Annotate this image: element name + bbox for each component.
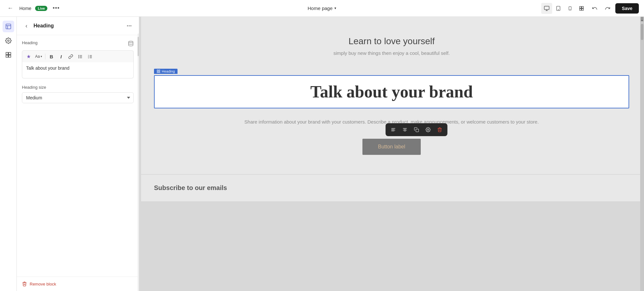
heading-input-value: Talk about your brand	[26, 65, 70, 71]
svg-point-22	[79, 55, 79, 55]
topbar: ← Home Live ••• Home page ▾	[0, 0, 644, 17]
more-button[interactable]: •••	[51, 4, 61, 13]
desktop-device-button[interactable]	[541, 3, 552, 14]
heading-label-text: Heading	[162, 69, 175, 73]
font-size-label: Aa	[35, 54, 40, 59]
more-icon: •••	[53, 5, 60, 12]
svg-rect-33	[157, 72, 159, 73]
link-button[interactable]	[66, 52, 75, 61]
svg-rect-7	[6, 24, 11, 29]
sidebar-icons	[0, 17, 17, 291]
bold-icon: B	[50, 54, 53, 59]
panel-back-button[interactable]: ‹	[22, 21, 31, 30]
context-settings-button[interactable]	[423, 125, 432, 134]
panel-scroll-thumb	[138, 37, 139, 56]
page-title-label: Home page	[308, 5, 333, 11]
svg-rect-34	[159, 72, 160, 73]
topbar-center: Home page ▾	[305, 4, 339, 12]
heading-selected-wrapper: Heading Talk about your brand	[154, 75, 629, 108]
toolbar-separator	[45, 54, 45, 59]
section-tagline: Learn to love yourself simply buy new th…	[141, 17, 642, 69]
context-toolbar	[385, 123, 447, 136]
svg-rect-32	[159, 70, 160, 71]
svg-rect-0	[544, 6, 549, 10]
svg-point-10	[7, 40, 9, 42]
topbar-right: Save	[541, 3, 639, 14]
svg-point-18	[129, 41, 133, 43]
topbar-left: ← Home Live •••	[5, 3, 537, 14]
remove-block-button[interactable]: Remove block	[17, 276, 139, 291]
svg-point-24	[79, 57, 79, 58]
page-content: Learn to love yourself simply buy new th…	[141, 17, 642, 201]
svg-rect-12	[8, 53, 11, 55]
duplicate-button[interactable]	[412, 125, 421, 134]
tablet-device-button[interactable]	[553, 3, 564, 14]
subscribe-heading: Subscribe to our emails	[154, 184, 629, 192]
heading-text-input[interactable]: Talk about your brand	[22, 62, 134, 78]
canvas-area: ▲ Learn to love yourself simply buy new …	[139, 17, 644, 291]
main-area: ‹ Heading Heading	[0, 17, 644, 291]
save-button[interactable]: Save	[615, 3, 639, 14]
main-heading-text[interactable]: Talk about your brand	[155, 76, 629, 108]
live-badge: Live	[35, 6, 47, 11]
brand-button[interactable]: Button label	[362, 139, 421, 155]
heading-size-label: Heading size	[22, 85, 134, 90]
svg-rect-31	[157, 70, 159, 71]
delete-button[interactable]	[435, 125, 444, 134]
align-center-button[interactable]	[400, 125, 409, 134]
sidebar-settings-button[interactable]	[3, 35, 14, 46]
svg-point-4	[558, 9, 559, 10]
panel-header: ‹ Heading	[17, 17, 139, 35]
magic-format-button[interactable]	[24, 52, 33, 61]
svg-rect-13	[6, 55, 8, 57]
panel-scrollbar	[138, 34, 139, 291]
font-size-chevron-icon: ▾	[41, 55, 42, 58]
tagline-heading: Learn to love yourself	[154, 36, 629, 46]
svg-point-16	[129, 25, 130, 26]
device-icons	[541, 3, 587, 14]
sidebar-sections-button[interactable]	[3, 49, 14, 61]
tagline-sub: simply buy new things then enjoy a cool,…	[154, 50, 629, 56]
heading-field-section: Heading Aa ▾ B	[22, 40, 134, 78]
heading-size-select[interactable]: Small Medium Large Extra large	[22, 92, 134, 103]
undo-button[interactable]	[590, 3, 600, 14]
canvas-scrollbar-right[interactable]	[640, 17, 644, 291]
remove-block-label: Remove block	[30, 282, 56, 286]
canvas-scroll-thumb	[641, 24, 643, 40]
heading-field-label: Heading	[22, 40, 37, 45]
font-size-button[interactable]: Aa ▾	[34, 54, 43, 59]
section-heading[interactable]: Heading Talk about your brand	[141, 69, 642, 115]
svg-point-17	[131, 25, 131, 26]
page-title-chevron-icon: ▾	[334, 6, 336, 10]
bold-button[interactable]: B	[47, 52, 56, 61]
ordered-list-button[interactable]: 123	[86, 52, 95, 61]
sidebar-pages-button[interactable]	[3, 21, 14, 32]
heading-size-section: Heading size Small Medium Large Extra la…	[22, 85, 134, 103]
section-button: Button label	[141, 135, 642, 174]
svg-point-44	[427, 129, 428, 130]
svg-point-6	[570, 9, 570, 9]
italic-button[interactable]: I	[57, 52, 66, 61]
panel-title: Heading	[34, 23, 122, 29]
mobile-device-button[interactable]	[564, 3, 575, 14]
align-left-button[interactable]	[389, 125, 398, 134]
panel: ‹ Heading Heading	[17, 17, 139, 291]
home-label: Home	[19, 6, 31, 11]
svg-rect-14	[8, 55, 11, 57]
svg-rect-11	[6, 53, 8, 55]
custom-device-button[interactable]	[576, 3, 587, 14]
panel-more-button[interactable]	[125, 21, 134, 30]
svg-point-15	[127, 25, 128, 26]
panel-back-icon: ‹	[25, 23, 27, 29]
heading-label-tag: Heading	[154, 69, 178, 74]
unordered-list-button[interactable]	[76, 52, 85, 61]
svg-text:3: 3	[88, 57, 89, 58]
redo-button[interactable]	[602, 3, 613, 14]
svg-point-23	[79, 56, 79, 56]
italic-icon: I	[61, 54, 62, 59]
back-button[interactable]: ←	[5, 3, 15, 14]
heading-db-icon[interactable]	[128, 41, 134, 47]
text-editor-toolbar: Aa ▾ B I	[22, 50, 134, 62]
page-title-button[interactable]: Home page ▾	[305, 4, 339, 12]
scroll-top-arrow[interactable]	[641, 17, 643, 21]
